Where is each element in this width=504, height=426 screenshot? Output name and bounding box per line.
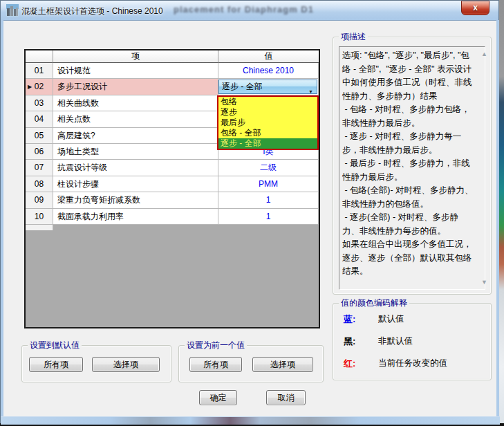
table-row: 07抗震设计等级二级 bbox=[26, 160, 319, 176]
row-number[interactable]: 01 bbox=[26, 63, 53, 79]
item-cell[interactable]: 相关曲线数 bbox=[53, 95, 218, 111]
color-legend-group: 值的颜色编码解释 蓝:默认值黑:非默认值红:当前任务改变的值 bbox=[333, 303, 492, 380]
value-cell[interactable]: PMM bbox=[218, 176, 319, 192]
row-number[interactable]: 05 bbox=[26, 128, 53, 144]
item-description-group: 项描述 选项: "包络", "逐步", "最后步", "包络 - 全部", "逐… bbox=[333, 37, 492, 295]
row-number[interactable]: 09 bbox=[26, 192, 53, 208]
legend-color-key: 红: bbox=[344, 358, 355, 370]
dropdown-option[interactable]: 包络 bbox=[218, 97, 317, 107]
item-cell[interactable]: 梁重力负弯矩折减系数 bbox=[53, 192, 218, 208]
app-building-icon[interactable] bbox=[6, 4, 19, 17]
legend-description: 当前任务改变的值 bbox=[378, 358, 447, 369]
row-number[interactable]: 06 bbox=[26, 144, 53, 160]
item-cell[interactable]: 相关点数 bbox=[53, 111, 218, 127]
header-rownum bbox=[26, 50, 53, 63]
window-title: 混凝土框架设计首选项 - Chinese 2010 bbox=[21, 6, 163, 17]
background-window-ghost-title: placement for Diaphragm D1 bbox=[174, 4, 314, 15]
screen: placement for Diaphragm D1 混凝土框架设计首选项 - … bbox=[0, 0, 504, 426]
set-default-all-button[interactable]: 所有项 bbox=[29, 357, 83, 372]
color-legend-title: 值的颜色编码解释 bbox=[339, 298, 409, 308]
legend-entry: 红:当前任务改变的值 bbox=[333, 358, 491, 370]
dropdown-option[interactable]: 包络 - 全部 bbox=[218, 128, 317, 138]
value-cell[interactable]: 1 bbox=[218, 192, 319, 208]
item-cell[interactable]: 场地土类型 bbox=[53, 144, 218, 160]
header-value: 值 bbox=[218, 50, 319, 63]
table-row: 09梁重力负弯矩折减系数1 bbox=[26, 192, 319, 208]
item-cell[interactable]: 柱设计步骤 bbox=[53, 176, 218, 192]
dialog-border-right bbox=[496, 20, 499, 418]
header-item: 项 bbox=[53, 50, 218, 63]
cancel-button[interactable]: 取消 bbox=[266, 390, 306, 405]
multistep-case-combobox[interactable]: 逐步 - 全部▼ bbox=[218, 80, 317, 93]
row-number[interactable]: 04 bbox=[26, 111, 53, 127]
value-cell[interactable]: 1 bbox=[218, 209, 319, 225]
set-previous-group: 设置为前一个值 所有项 选择项 bbox=[178, 345, 324, 382]
value-cell[interactable]: 逐步 - 全部▼ bbox=[218, 79, 319, 95]
table-header-row: 项 值 bbox=[26, 50, 319, 63]
set-previous-selected-button[interactable]: 选择项 bbox=[252, 357, 313, 372]
item-cell[interactable]: 设计规范 bbox=[53, 63, 218, 79]
current-row-marker-icon: ▶ bbox=[28, 79, 32, 95]
ok-button[interactable]: 确定 bbox=[199, 390, 237, 405]
legend-color-key: 蓝: bbox=[344, 313, 355, 326]
table-row: 02▶多步工况设计逐步 - 全部▼ bbox=[26, 79, 319, 95]
legend-color-key: 黑: bbox=[344, 335, 355, 348]
item-cell[interactable]: 截面承载力利用率 bbox=[53, 209, 218, 225]
table-row: 10截面承载力利用率1 bbox=[26, 209, 319, 225]
dropdown-option[interactable]: 逐步 - 全部 bbox=[218, 138, 317, 149]
item-cell[interactable]: 高层建筑? bbox=[53, 128, 218, 144]
scroll-down-icon[interactable]: ▼ bbox=[481, 279, 487, 286]
legend-description: 非默认值 bbox=[378, 335, 413, 347]
legend-entry: 黑:非默认值 bbox=[333, 335, 491, 348]
close-button[interactable]: x bbox=[461, 1, 489, 15]
scroll-up-icon[interactable]: ▲ bbox=[481, 51, 487, 57]
row-number[interactable]: 10 bbox=[26, 209, 53, 225]
dialog-border-left bbox=[1, 20, 3, 418]
row-number[interactable]: 08 bbox=[26, 176, 53, 192]
desktop-wallpaper-sliver bbox=[498, 0, 504, 426]
legend-description: 默认值 bbox=[378, 313, 404, 325]
set-default-selected-button[interactable]: 选择项 bbox=[92, 357, 160, 372]
set-default-group: 设置到默认值 所有项 选择项 bbox=[21, 345, 171, 382]
row-number[interactable]: 07 bbox=[26, 160, 53, 176]
preferences-table: 项 值 01设计规范Chinese 201002▶多步工况设计逐步 - 全部▼0… bbox=[24, 49, 320, 328]
titlebar[interactable]: placement for Diaphragm D1 混凝土框架设计首选项 - … bbox=[1, 1, 498, 21]
item-cell[interactable]: 多步工况设计 bbox=[53, 79, 218, 95]
value-cell[interactable]: Chinese 2010 bbox=[218, 63, 319, 79]
dropdown-list: 包络逐步最后步包络 - 全部逐步 - 全部 bbox=[217, 95, 319, 150]
value-cell[interactable]: 二级 bbox=[218, 160, 319, 176]
set-previous-title: 设置为前一个值 bbox=[185, 340, 247, 350]
row-number[interactable]: 02▶ bbox=[26, 79, 53, 95]
item-description-text: 选项: "包络", "逐步", "最后步", "包络 - 全部", "逐步 - … bbox=[339, 46, 485, 290]
dialog-border-bottom bbox=[1, 416, 500, 425]
dropdown-option[interactable]: 最后步 bbox=[218, 118, 317, 128]
dropdown-option[interactable]: 逐步 bbox=[218, 107, 317, 118]
row-number[interactable]: 03 bbox=[26, 95, 53, 111]
preferences-dialog: placement for Diaphragm D1 混凝土框架设计首选项 - … bbox=[0, 0, 499, 423]
item-description-title: 项描述 bbox=[339, 32, 368, 41]
set-previous-all-button[interactable]: 所有项 bbox=[189, 357, 242, 372]
empty-row-stub bbox=[26, 225, 53, 230]
chevron-down-icon: ▼ bbox=[308, 85, 313, 95]
set-default-title: 设置到默认值 bbox=[28, 340, 82, 350]
table-row: 08柱设计步骤PMM bbox=[26, 176, 319, 192]
table-row: 01设计规范Chinese 2010 bbox=[26, 63, 319, 79]
legend-entry: 蓝:默认值 bbox=[333, 313, 491, 326]
item-cell[interactable]: 抗震设计等级 bbox=[53, 160, 218, 176]
